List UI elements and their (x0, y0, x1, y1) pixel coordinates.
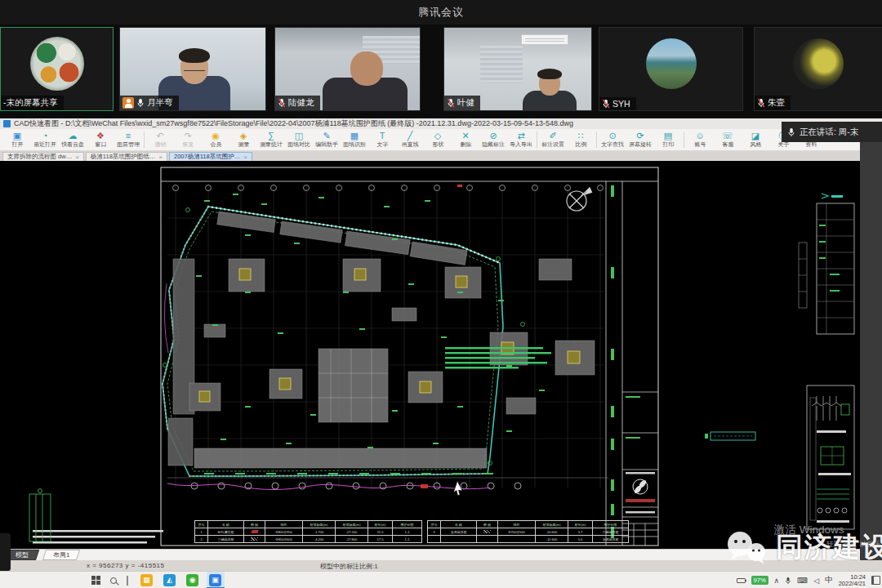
doc-tab-1[interactable]: 支撑拆除的流程图 dw…× (2, 152, 84, 161)
taskbar-app-cad-viewer[interactable]: ◭ (161, 572, 179, 588)
ime-indicator[interactable]: 中 (825, 575, 833, 586)
cad-window: CAD快速看图 - D:\文档\WeChat Files\wxid_sm27ws… (0, 118, 882, 571)
toolbar-button-style[interactable]: ◪风格 (742, 129, 769, 150)
toolbar-button-annotation-settings[interactable]: ✐标注设置 (539, 129, 567, 150)
toolbar-button-open[interactable]: ▣打开 (3, 129, 31, 150)
clock[interactable]: 10:24 2022/4/21 (839, 574, 866, 587)
name-pill: 叶健 (444, 96, 480, 110)
toolbar-button-hide-annotation[interactable]: ⊘隐藏标注 (479, 129, 507, 150)
tile-participant-1[interactable]: 月半弯 (119, 27, 266, 111)
toolbar-button-window[interactable]: ❖窗口 (87, 129, 114, 150)
toolbar-button-label: 图纸识别 (343, 140, 366, 148)
close-icon[interactable]: × (75, 154, 79, 161)
edit-assistant-icon: ✎ (323, 131, 330, 140)
toolbar-button-layers[interactable]: ≡图层管理 (114, 129, 142, 150)
toolbar-button-recent[interactable]: ◔最近打开 (31, 129, 59, 150)
tile-participant-4[interactable]: SYH (599, 27, 743, 111)
tray-volume-icon[interactable]: ◁ (813, 577, 819, 585)
toolbar-button-import-export[interactable]: ⇄导入导出 (507, 129, 535, 150)
shape-icon: ◇ (434, 131, 441, 140)
table-cell: 三轴搅拌桩 (208, 536, 244, 543)
toolbar-button-label: 形状 (432, 140, 443, 148)
tray-expand-icon[interactable]: ∧ (774, 577, 780, 585)
cad-toolbar: ▣打开◔最近打开☁快看云盘❖窗口≡图层管理↶撤销↷恢复◉会员◈测量∑测量统计◫图… (0, 129, 882, 151)
task-view-icon[interactable] (127, 576, 128, 586)
toolbar-button-vip[interactable]: ◉会员 (202, 129, 229, 150)
toolbar-button-support[interactable]: ☏客服 (714, 129, 742, 150)
search-icon[interactable] (110, 577, 117, 584)
toolbar-button-compare[interactable]: ◫图纸对比 (285, 129, 313, 150)
person-glasses (184, 70, 205, 73)
toolbar-button-cloud[interactable]: ☁快看云盘 (59, 129, 87, 150)
toolbar-button-undo[interactable]: ↶撤销 (146, 129, 174, 150)
open-icon: ▣ (13, 131, 21, 140)
table-header-cell: 序号 (428, 521, 441, 528)
pile-table-right: 序号名 称图 例规格桩顶标高(m)桩长(m)围护剖面9水泥搅拌桩Φ700@500… (427, 520, 629, 543)
close-icon[interactable]: × (158, 154, 163, 161)
tray-mic-icon[interactable] (785, 577, 791, 585)
toolbar-button-shape[interactable]: ◇形状 (424, 129, 452, 150)
line-icon: ╱ (408, 131, 413, 140)
window-blind (480, 46, 523, 83)
drawing-notes (33, 530, 163, 544)
tile-participant-2[interactable]: 陆健龙 (274, 27, 421, 111)
tile-screen-share[interactable]: -末的屏幕共享 (0, 27, 114, 111)
tile-participant-5[interactable]: 朱壹 (754, 27, 882, 111)
tile-participant-3[interactable]: 叶健 (443, 27, 592, 111)
taskbar-app-tencent-meeting[interactable]: ▣ (207, 572, 225, 588)
layers-icon: ≡ (126, 131, 131, 140)
taskbar-app-wps-office[interactable]: ▦ (138, 572, 156, 588)
table-cell: -17.800 (336, 536, 368, 543)
toolbar-button-measure[interactable]: ◈测量 (229, 129, 257, 150)
toolbar-button-scale[interactable]: ∷比例 (567, 129, 595, 150)
table-header-cell: 桩顶标高(m) (303, 521, 336, 528)
battery-percent[interactable]: 97% (751, 576, 768, 585)
toolbar-button-label: 导入导出 (510, 140, 532, 148)
left-detail-symbol (29, 489, 51, 542)
toolbar-button-find-text[interactable]: ⊙文字查找 (599, 129, 626, 150)
doc-tab-3[interactable]: 2007杨浦118基坑围护…× (169, 152, 252, 161)
site-plan-drawing (0, 161, 882, 549)
doc-tab-2[interactable]: 杨浦118基坑围护图纸…× (86, 152, 167, 161)
tray-keyboard-icon[interactable]: ⌨ (797, 577, 808, 585)
toolbar-button-label: 隐藏标注 (482, 140, 505, 148)
toolbar-button-edit-assistant[interactable]: ✎编辑助手 (313, 129, 341, 150)
toolbar-button-delete[interactable]: ✕删除 (452, 129, 479, 150)
window-icon: ❖ (96, 131, 105, 140)
toolbar-button-account[interactable]: ☺账号 (686, 129, 714, 150)
toolbar-button-label: 图纸对比 (287, 140, 310, 148)
toolbar-button-print[interactable]: ▤打印 (654, 129, 682, 150)
name-pill: 朱壹 (755, 96, 791, 110)
toolbar-button-redo[interactable]: ↷恢复 (174, 129, 202, 150)
rotate-icon: ⟳ (636, 131, 644, 140)
hatch-legend-icon (483, 530, 491, 533)
doc-tab-label: 支撑拆除的流程图 dw… (7, 153, 72, 161)
tencent-meeting-icon: ▣ (209, 574, 221, 586)
participant-name: 叶健 (457, 97, 474, 109)
participant-strip: -末的屏幕共享 月半弯 (0, 24, 882, 113)
toolbar-button-text[interactable]: T文字 (368, 129, 396, 150)
layout1-tab[interactable]: 布局1 (42, 550, 81, 560)
cad-canvas[interactable]: 序号名 称图 例规格桩顶标高(m)桩底标高(m)桩长(m)围护剖面1钻孔灌注桩Φ… (0, 161, 882, 549)
table-header-cell: 序号 (195, 521, 208, 528)
table-cell: 六轴搅拌桩 (593, 528, 629, 536)
table-cell: 2 (195, 536, 208, 543)
toolbar-button-rotate[interactable]: ⟳屏幕旋转 (626, 129, 654, 150)
toolbar-button-label: 撤销 (154, 140, 166, 148)
taskbar-app-wechat[interactable]: ◉ (184, 572, 202, 588)
table-cell: 钻孔灌注桩 (208, 528, 244, 536)
toolbar-button-label: 风格 (750, 140, 761, 148)
mic-icon (787, 127, 795, 137)
start-button[interactable] (91, 576, 100, 585)
toolbar-button-line[interactable]: ╱画直线 (396, 129, 424, 150)
toolbar-button-measure-stats[interactable]: ∑测量统计 (257, 129, 285, 150)
toolbar-separator (684, 131, 684, 148)
battery-icon (737, 578, 746, 583)
text-icon: T (380, 131, 385, 140)
notification-center-icon[interactable] (871, 576, 880, 585)
table-header-cell: 桩长(m) (368, 521, 393, 528)
table-cell: Φ700@500 (498, 528, 536, 536)
toolbar-button-recognize[interactable]: ▦图纸识别 (341, 129, 368, 150)
toolbar-button-label: 文字 (376, 140, 388, 148)
close-icon[interactable]: × (243, 154, 247, 161)
